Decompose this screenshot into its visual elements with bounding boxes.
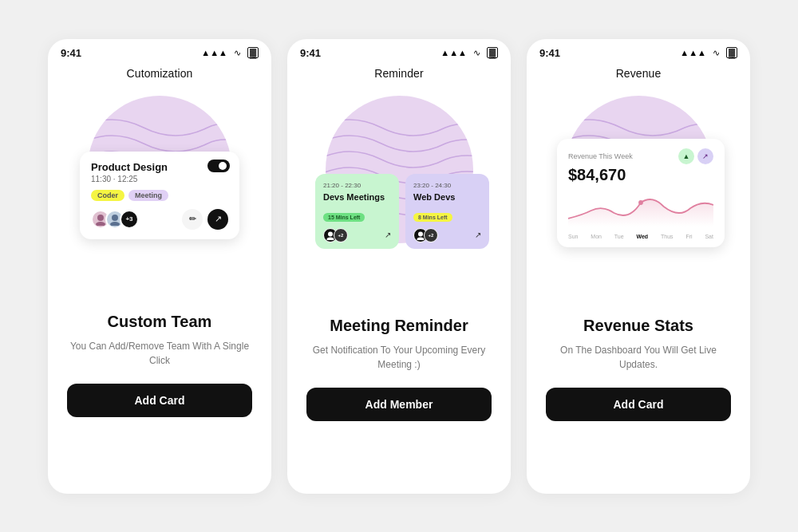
revenue-label: Revenue This Week <box>568 152 633 160</box>
custom-float-card: Product Design 11:30 · 12:25 Coder Meeti… <box>80 152 239 239</box>
battery-icon-3: ▓ <box>726 47 737 58</box>
revenue-amount: $84,670 <box>568 166 713 184</box>
feature-desc-3: On The Dashboard You Will Get Live Updat… <box>546 343 731 372</box>
svg-point-7 <box>417 237 425 240</box>
edit-button[interactable]: ✏ <box>182 209 203 230</box>
chart-area <box>568 191 713 231</box>
card-customization: 9:41 ▲▲▲ ∿ ▓ Cutomization <box>48 39 271 494</box>
avatar-count: +3 <box>120 210 139 229</box>
web-title: Web Devs <box>413 192 481 203</box>
wifi-icon-3: ∿ <box>713 48 720 58</box>
revenue-icons: ▲ ↗ <box>678 148 713 164</box>
illustration-2: 21:20 - 22:30 Devs Meetings 15 Mins Left… <box>311 88 487 255</box>
signal-icon-3: ▲▲▲ <box>680 48 706 57</box>
day-thus: Thus <box>661 234 674 239</box>
day-sat: Sat <box>705 234 713 239</box>
feature-text-2: Meeting Reminder Get Notification To You… <box>287 263 511 475</box>
screen-title-1: Cutomization <box>127 64 193 88</box>
devs-badge: 15 Mins Left <box>323 213 365 222</box>
meeting-card-devs: 21:20 - 22:30 Devs Meetings 15 Mins Left… <box>315 174 399 248</box>
signal-icon-2: ▲▲▲ <box>440 48 467 57</box>
arrow-up-icon[interactable]: ↗ <box>697 148 713 164</box>
custom-card-time: 11:30 · 12:25 <box>91 175 228 183</box>
feature-desc-2: Get Notification To Your Upcoming Every … <box>306 343 492 372</box>
web-badge: 8 Mins Left <box>413 213 452 222</box>
arrow-button[interactable]: ↗ <box>207 209 228 230</box>
status-icons-3: ▲▲▲ ∿ ▓ <box>680 47 737 58</box>
chart-days: Sun Mon Tue Wed Thus Fri Sat <box>568 234 713 239</box>
day-sun: Sun <box>568 234 578 239</box>
screen-title-2: Reminder <box>374 64 424 88</box>
status-bar-3: 9:41 ▲▲▲ ∿ ▓ <box>527 39 750 64</box>
devs-footer: +2 ↗ <box>323 228 391 242</box>
web-avatar-count: +2 <box>424 228 438 242</box>
add-card-button-2[interactable]: Add Card <box>546 388 731 421</box>
feature-text-1: Custom Team You Can Add/Remove Team With… <box>48 255 271 475</box>
day-fri: Fri <box>685 234 692 239</box>
status-time-3: 9:41 <box>539 47 560 59</box>
status-time-2: 9:41 <box>300 47 321 59</box>
feature-title-2: Meeting Reminder <box>330 317 468 335</box>
svg-point-0 <box>97 215 104 221</box>
devs-avatars: +2 <box>323 228 348 242</box>
svg-point-4 <box>328 231 333 236</box>
battery-icon-2: ▓ <box>487 47 498 58</box>
avatars-row: +3 <box>91 210 139 229</box>
meeting-card-web: 23:20 - 24:30 Web Devs 8 Mins Left +2 ↗ <box>405 174 489 248</box>
illustration-3: Revenue This Week ▲ ↗ $84,670 <box>551 88 726 255</box>
web-action[interactable]: ↗ <box>475 231 481 239</box>
wifi-icon-2: ∿ <box>473 48 480 58</box>
card-reminder: 9:41 ▲▲▲ ∿ ▓ Reminder <box>287 39 511 494</box>
devs-title: Devs Meetings <box>323 192 391 203</box>
svg-point-6 <box>418 231 423 236</box>
chart-icon[interactable]: ▲ <box>678 148 694 164</box>
devs-action[interactable]: ↗ <box>385 231 391 239</box>
action-buttons: ✏ ↗ <box>182 209 228 230</box>
tag-meeting: Meeting <box>128 190 168 201</box>
reminder-cards: 21:20 - 22:30 Devs Meetings 15 Mins Left… <box>315 174 489 248</box>
add-member-button[interactable]: Add Member <box>306 388 492 421</box>
card-revenue: 9:41 ▲▲▲ ∿ ▓ Revenue <box>527 39 750 494</box>
signal-icon-1: ▲▲▲ <box>201 48 227 57</box>
main-container: 9:41 ▲▲▲ ∿ ▓ Cutomization <box>0 0 798 532</box>
devs-avatar-count: +2 <box>334 228 348 242</box>
feature-title-3: Revenue Stats <box>583 317 693 335</box>
tag-coder: Coder <box>91 190 124 201</box>
day-tue: Tue <box>614 234 624 239</box>
feature-desc-1: You Can Add/Remove Team With A Single Cl… <box>67 339 252 368</box>
tags-row: Coder Meeting <box>91 190 228 201</box>
feature-title-1: Custom Team <box>108 313 212 331</box>
web-footer: +2 ↗ <box>413 228 481 242</box>
svg-point-8 <box>638 200 643 205</box>
revenue-chart <box>568 191 713 227</box>
svg-point-5 <box>327 237 334 240</box>
status-icons-1: ▲▲▲ ∿ ▓ <box>201 47 259 58</box>
web-avatars: +2 <box>413 228 438 242</box>
wifi-icon-1: ∿ <box>234 48 241 58</box>
status-icons-2: ▲▲▲ ∿ ▓ <box>440 47 498 58</box>
status-time-1: 9:41 <box>61 47 81 59</box>
battery-icon-1: ▓ <box>247 47 259 58</box>
feature-text-3: Revenue Stats On The Dashboard You Will … <box>527 263 750 475</box>
svg-point-2 <box>112 215 118 221</box>
web-time: 23:20 - 24:30 <box>413 182 481 189</box>
screen-title-3: Revenue <box>616 64 662 88</box>
day-mon: Mon <box>591 234 602 239</box>
revenue-float-card: Revenue This Week ▲ ↗ $84,670 <box>557 139 725 247</box>
revenue-header: Revenue This Week ▲ ↗ <box>568 148 713 164</box>
status-bar-2: 9:41 ▲▲▲ ∿ ▓ <box>287 39 511 64</box>
add-card-button-1[interactable]: Add Card <box>67 384 252 417</box>
day-wed: Wed <box>636 234 648 239</box>
status-bar-1: 9:41 ▲▲▲ ∿ ▓ <box>48 39 271 64</box>
svg-point-3 <box>110 222 120 226</box>
svg-point-1 <box>96 222 105 226</box>
illustration-1: Product Design 11:30 · 12:25 Coder Meeti… <box>72 88 247 247</box>
card-footer: +3 ✏ ↗ <box>91 209 228 230</box>
devs-time: 21:20 - 22:30 <box>323 182 391 189</box>
